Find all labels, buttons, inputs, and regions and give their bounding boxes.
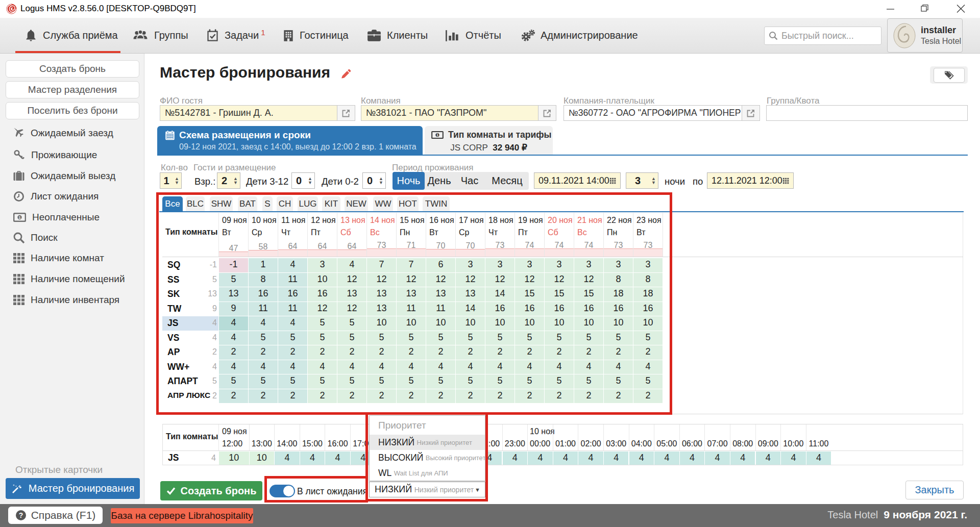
svg-text:1: 1 bbox=[436, 133, 438, 137]
svg-text:1: 1 bbox=[18, 215, 21, 220]
svg-text:?: ? bbox=[18, 511, 23, 519]
